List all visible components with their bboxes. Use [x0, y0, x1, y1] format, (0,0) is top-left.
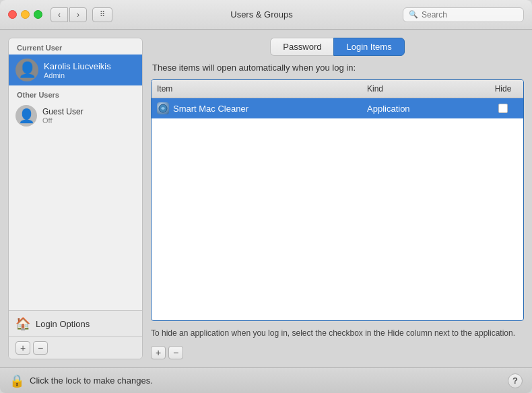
back-button[interactable]: ‹ — [51, 7, 68, 22]
search-box[interactable]: 🔍 — [403, 7, 524, 22]
close-button[interactable] — [8, 10, 17, 19]
content-wrapper: Current User 👤 Karolis Liucveikis Admin … — [0, 30, 532, 367]
row-kind: Application — [362, 102, 483, 115]
sidebar-add-button[interactable]: + — [15, 341, 30, 355]
row-item-label: Smart Mac Cleaner — [173, 104, 248, 114]
current-user-item[interactable]: 👤 Karolis Liucveikis Admin — [9, 55, 142, 85]
login-options-label: Login Options — [36, 319, 90, 329]
nav-buttons: ‹ › — [51, 7, 87, 22]
tab-password[interactable]: Password — [270, 38, 333, 56]
table-row[interactable]: Smart Mac Cleaner Application — [152, 98, 523, 118]
col-header-item: Item — [152, 83, 362, 95]
sidebar-remove-button[interactable]: − — [33, 341, 48, 355]
current-user-label: Current User — [9, 38, 142, 55]
app-icon — [157, 102, 169, 114]
forward-button[interactable]: › — [69, 7, 87, 22]
window-title: Users & Groups — [121, 9, 403, 20]
table-header: Item Kind Hide — [152, 80, 523, 98]
traffic-lights — [8, 10, 42, 19]
col-header-hide: Hide — [483, 83, 523, 95]
row-item-name: Smart Mac Cleaner — [152, 101, 362, 116]
help-button[interactable]: ? — [508, 373, 523, 388]
bottom-note: To hide an application when you log in, … — [151, 328, 524, 339]
sidebar: Current User 👤 Karolis Liucveikis Admin … — [8, 38, 143, 359]
guest-user-item[interactable]: 👤 Guest User Off — [9, 102, 142, 130]
tabs-row: Password Login Items — [151, 38, 524, 56]
row-hide[interactable] — [483, 102, 523, 114]
table-body: Smart Mac Cleaner Application — [152, 98, 523, 320]
maximize-button[interactable] — [34, 10, 42, 19]
other-users-label: Other Users — [9, 85, 142, 102]
house-icon: 🏠 — [15, 316, 30, 331]
search-input[interactable] — [422, 10, 516, 20]
description-text: These items will open automatically when… — [151, 63, 524, 73]
guest-avatar: 👤 — [15, 105, 37, 127]
guest-status: Off — [42, 116, 84, 124]
guest-name: Guest User — [42, 107, 84, 116]
lock-text: Click the lock to make changes. — [30, 376, 502, 386]
user-info: Karolis Liucveikis Admin — [44, 61, 111, 79]
grid-button[interactable]: ⠿ — [92, 7, 112, 22]
hide-checkbox[interactable] — [498, 104, 508, 113]
remove-item-button[interactable]: − — [168, 346, 183, 359]
add-remove-row: + − — [151, 346, 524, 359]
items-table: Item Kind Hide Smart Mac Cleaner — [151, 79, 524, 321]
titlebar: ‹ › ⠿ Users & Groups 🔍 — [0, 0, 532, 30]
guest-icon: 👤 — [18, 108, 35, 124]
user-name: Karolis Liucveikis — [44, 61, 111, 71]
add-item-button[interactable]: + — [151, 346, 166, 359]
tab-login-items[interactable]: Login Items — [333, 38, 404, 56]
minimize-button[interactable] — [21, 10, 30, 19]
user-role: Admin — [44, 71, 111, 79]
user-avatar: 👤 — [15, 59, 38, 81]
right-panel: Password Login Items These items will op… — [151, 38, 524, 359]
avatar-icon: 👤 — [18, 63, 36, 77]
col-header-kind: Kind — [362, 83, 483, 95]
login-options-item[interactable]: 🏠 Login Options — [9, 310, 142, 336]
guest-info: Guest User Off — [42, 107, 84, 124]
bottom-bar: 🔒 Click the lock to make changes. ? — [0, 367, 532, 393]
search-icon: 🔍 — [409, 10, 418, 19]
sidebar-bottom-controls: + − — [9, 336, 142, 359]
lock-icon[interactable]: 🔒 — [9, 373, 24, 388]
